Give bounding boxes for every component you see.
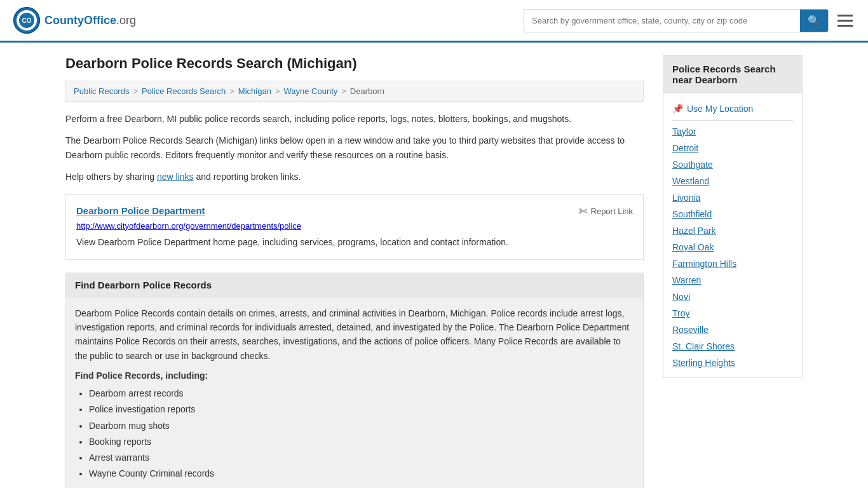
breadcrumb-link-michigan[interactable]: Michigan [238,86,271,96]
site-header: CO CountyOffice.org 🔍 [0,0,868,43]
breadcrumb-link-wayne-county[interactable]: Wayne County [283,86,337,96]
find-records-body: Dearborn Police Records contain details … [66,297,643,488]
sidebar-content: 📌 Use My Location Taylor Detroit Southga… [663,93,803,378]
list-item: Booking reports [89,434,634,450]
description-3: Help others by sharing new links and rep… [65,170,644,184]
page-title: Dearborn Police Records Search (Michigan… [65,55,644,72]
find-records-description: Dearborn Police Records contain details … [75,306,634,363]
sidebar-item-royal-oak[interactable]: Royal Oak [672,239,793,255]
description-1: Perform a free Dearborn, MI public polic… [65,112,644,126]
content-area: Dearborn Police Records Search (Michigan… [65,55,644,488]
scissors-icon: ✄ [579,205,587,217]
list-item: Dearborn mug shots [89,418,634,434]
sidebar-item-novi[interactable]: Novi [672,288,793,305]
sidebar-item-st-clair-shores[interactable]: St. Clair Shores [672,338,793,355]
sidebar-item-sterling-heights[interactable]: Sterling Heights [672,355,793,371]
svg-text:CO: CO [22,17,32,24]
list-item: Arrest warrants [89,450,634,466]
menu-line [837,25,853,27]
logo[interactable]: CO CountyOffice.org [13,6,136,34]
description-3-suffix: and reporting broken links. [194,172,301,182]
list-item: Police investigation reports [89,402,634,417]
new-links-link[interactable]: new links [157,172,194,182]
breadcrumb-link-public-records[interactable]: Public Records [74,86,129,96]
search-input[interactable] [524,11,800,30]
breadcrumb-link-police-records[interactable]: Police Records Search [142,86,226,96]
menu-line [837,20,853,22]
header-right: 🔍 [524,9,855,32]
sidebar-divider [672,120,793,121]
sidebar-item-westland[interactable]: Westland [672,173,793,189]
sidebar-item-southgate[interactable]: Southgate [672,156,793,173]
menu-line [837,15,853,17]
record-link-title[interactable]: Dearborn Police Department [76,205,205,216]
main-container: Dearborn Police Records Search (Michigan… [53,43,815,488]
record-link-box: Dearborn Police Department ✄ Report Link… [65,194,644,260]
breadcrumb-sep: > [229,86,234,96]
sidebar-item-troy[interactable]: Troy [672,305,793,322]
logo-icon: CO [13,6,41,34]
record-url-link[interactable]: http://www.cityofdearborn.org/government… [76,221,301,231]
breadcrumb: Public Records > Police Records Search >… [65,81,644,102]
record-url[interactable]: http://www.cityofdearborn.org/government… [76,221,633,231]
sidebar-item-hazel-park[interactable]: Hazel Park [672,222,793,239]
report-link[interactable]: ✄ Report Link [579,205,633,217]
sidebar-item-livonia[interactable]: Livonia [672,189,793,206]
report-link-label: Report Link [591,207,633,216]
sidebar-item-taylor[interactable]: Taylor [672,123,793,140]
sidebar-title: Police Records Search near Dearborn [663,55,803,93]
use-my-location-label: Use My Location [687,104,753,114]
breadcrumb-current: Dearborn [350,86,384,96]
record-link-header: Dearborn Police Department ✄ Report Link [76,205,633,217]
sidebar-item-farmington-hills[interactable]: Farmington Hills [672,255,793,272]
use-my-location-button[interactable]: 📌 Use My Location [672,100,793,118]
search-icon: 🔍 [808,15,820,26]
sidebar: Police Records Search near Dearborn 📌 Us… [663,55,803,488]
description-3-prefix: Help others by sharing [65,172,157,182]
find-records-section: Find Dearborn Police Records Dearborn Po… [65,273,644,488]
logo-text: CountyOffice.org [44,14,136,27]
breadcrumb-sep: > [341,86,346,96]
menu-button[interactable] [835,12,855,29]
location-pin-icon: 📌 [672,104,683,114]
find-records-header: Find Dearborn Police Records [66,273,643,297]
record-description: View Dearborn Police Department home pag… [76,236,633,249]
search-bar: 🔍 [524,9,829,32]
sidebar-item-southfield[interactable]: Southfield [672,206,793,222]
sidebar-item-roseville[interactable]: Roseville [672,322,793,338]
sidebar-item-warren[interactable]: Warren [672,272,793,288]
find-records-list: Dearborn arrest records Police investiga… [75,386,634,482]
breadcrumb-sep: > [133,86,138,96]
list-item: Dearborn arrest records [89,386,634,402]
description-2: The Dearborn Police Records Search (Mich… [65,133,644,162]
find-records-subheader: Find Police Records, including: [75,370,634,381]
list-item: Wayne County Criminal records [89,466,634,482]
breadcrumb-sep: > [275,86,280,96]
search-button[interactable]: 🔍 [800,10,828,32]
sidebar-item-detroit[interactable]: Detroit [672,140,793,156]
